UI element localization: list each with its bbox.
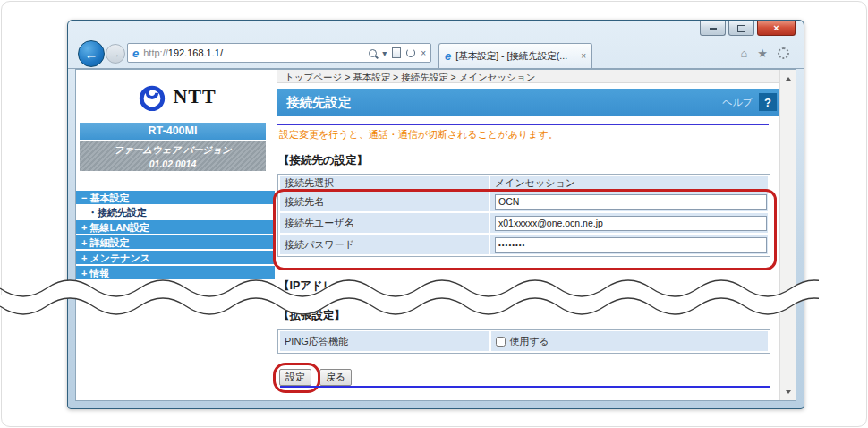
search-dropdown-icon[interactable]: ▾ [382, 48, 387, 58]
tab-close-icon[interactable]: × [581, 51, 586, 61]
expand-icon: + [81, 237, 87, 248]
scroll-down-icon [786, 390, 791, 394]
connection-settings-table: 接続先選択 メインセッション 接続先名 接続先ユーザ名 接続パスワード [277, 174, 770, 257]
help-area: ヘルプ ? [722, 93, 780, 111]
bottom-divider [280, 386, 770, 388]
bullet-icon: ・ [88, 207, 98, 218]
compatibility-icon[interactable] [392, 47, 401, 58]
ntt-logo-text: NTT [173, 85, 216, 108]
table-row: 接続パスワード [280, 235, 768, 254]
section-title-connection: 【接続先の設定】 [277, 153, 780, 168]
button-row: 設定 戻る [277, 368, 780, 386]
page-scrollbar[interactable] [779, 70, 796, 400]
back-icon: ← [85, 47, 98, 62]
password-input[interactable] [495, 237, 767, 253]
sidebar-item-wireless-lan[interactable]: + 無線LAN設定 [76, 220, 275, 234]
ie-page-icon: e [132, 47, 139, 59]
address-bar-icons: ▾ × [369, 47, 426, 58]
browser-tab[interactable]: e [基本設定] - [接続先設定(... × [438, 43, 592, 68]
expand-icon: − [81, 193, 87, 203]
home-icon[interactable]: ⌂ [740, 47, 747, 60]
sidebar-item-label: 情報 [90, 268, 110, 278]
help-question-button[interactable]: ? [759, 93, 777, 111]
page-title: 接続先設定 [277, 94, 352, 111]
stop-icon[interactable]: × [421, 48, 426, 58]
favorites-star-icon[interactable]: ★ [757, 47, 768, 60]
connection-table-wrap: 接続先選択 メインセッション 接続先名 接続先ユーザ名 接続パスワード [277, 174, 770, 257]
close-button[interactable]: × [757, 21, 796, 36]
scroll-down-button[interactable] [781, 385, 795, 398]
back-button[interactable]: ← [78, 40, 105, 67]
restore-button[interactable] [728, 21, 754, 36]
sidebar-item-label: 無線LAN設定 [90, 222, 150, 233]
row-label: 接続先選択 [280, 176, 489, 190]
ping-checkbox[interactable] [496, 337, 506, 347]
navigation-bar: ← → e http://192.168.1.1/ ▾ × e [基本設定] -… [68, 38, 804, 69]
scroll-up-icon [786, 77, 791, 81]
forward-button[interactable]: → [106, 44, 125, 64]
expand-icon: + [81, 253, 87, 263]
back-page-button[interactable]: 戻る [319, 369, 352, 386]
page-content: NTT RT-400MI ファームウェア バージョン 01.02.0014 − … [75, 69, 796, 401]
row-value: メインセッション [490, 176, 768, 190]
url-host: 192.168.1.1/ [168, 47, 223, 58]
section-title-extended: 【拡張設定】 [277, 308, 780, 323]
ping-table: PING応答機能 使用する [277, 329, 770, 354]
main-panel: トップページ > 基本設定 > 接続先設定 > メインセッション 接続先設定 ヘ… [277, 70, 780, 400]
ntt-logo: NTT [76, 81, 277, 112]
section-title-ip-address: 【IPアドレス】 [277, 278, 780, 294]
minimize-icon [710, 28, 717, 30]
refresh-icon[interactable] [406, 48, 415, 57]
address-bar[interactable]: e http://192.168.1.1/ ▾ × [127, 43, 431, 63]
destination-name-input[interactable] [495, 194, 767, 210]
firmware-version-box: ファームウェア バージョン 01.02.0014 [80, 141, 266, 171]
help-link[interactable]: ヘルプ [722, 96, 753, 109]
expand-icon: + [81, 222, 87, 233]
sidebar-item-maintenance[interactable]: + メンテナンス [76, 251, 275, 264]
forward-icon: → [111, 48, 121, 59]
url-scheme: http:// [143, 47, 168, 58]
sidebar-item-label: 接続先設定 [98, 207, 147, 218]
row-label: 接続先ユーザ名 [280, 213, 489, 233]
sidebar-item-information[interactable]: + 情報 [76, 266, 275, 279]
breadcrumb: トップページ > 基本設定 > 接続先設定 > メインセッション [277, 70, 780, 83]
browser-window: × ← → e http://192.168.1.1/ ▾ × e [基本設定]… [67, 20, 804, 409]
ping-checkbox-label: 使用する [509, 335, 549, 348]
expand-icon: + [81, 268, 87, 278]
row-label: PING応答機能 [280, 331, 489, 351]
warning-message: 設定変更を行うと、通話・通信が切断されることがあります。 [277, 128, 780, 141]
sidebar-item-advanced-settings[interactable]: + 詳細設定 [76, 235, 275, 249]
page-header: 接続先設定 ヘルプ ? [277, 89, 780, 116]
row-label: 接続先名 [280, 192, 489, 211]
close-icon: × [773, 23, 779, 33]
sidebar-item-connection-settings[interactable]: ・接続先設定 [76, 206, 275, 218]
sidebar-item-basic-settings[interactable]: − 基本設定 [76, 191, 275, 204]
sidebar: NTT RT-400MI ファームウェア バージョン 01.02.0014 − … [76, 70, 277, 400]
tab-favicon-icon: e [445, 50, 451, 62]
submit-button[interactable]: 設定 [279, 369, 311, 386]
table-row: 接続先ユーザ名 [280, 213, 768, 233]
model-name: RT-400MI [80, 123, 266, 140]
screenshot-canvas: × ← → e http://192.168.1.1/ ▾ × e [基本設定]… [0, 0, 868, 428]
header-divider [277, 124, 769, 125]
sidebar-menu: − 基本設定 ・接続先設定 + 無線LAN設定 + 詳細設定 + メンテナンス … [76, 191, 277, 279]
browser-toolbar-icons: ⌂ ★ [740, 47, 789, 60]
minimize-button[interactable] [700, 21, 726, 36]
scroll-up-button[interactable] [781, 72, 795, 85]
username-input[interactable] [495, 216, 767, 231]
sidebar-item-label: メンテナンス [90, 253, 151, 263]
tab-title: [基本設定] - [接続先設定(... [455, 50, 567, 63]
window-controls: × [700, 21, 796, 36]
restore-icon [737, 25, 745, 32]
table-row: 接続先選択 メインセッション [280, 176, 768, 190]
sidebar-item-label: 基本設定 [90, 193, 130, 203]
firmware-version: 01.02.0014 [80, 157, 266, 171]
search-icon[interactable] [369, 49, 377, 57]
sidebar-item-label: 詳細設定 [90, 237, 130, 248]
table-row: 接続先名 [280, 192, 768, 211]
tools-gear-icon[interactable] [778, 47, 789, 59]
firmware-label: ファームウェア バージョン [80, 142, 266, 157]
table-row: PING応答機能 使用する [280, 331, 768, 351]
row-label: 接続パスワード [280, 235, 489, 254]
ntt-loop-icon [137, 81, 167, 112]
